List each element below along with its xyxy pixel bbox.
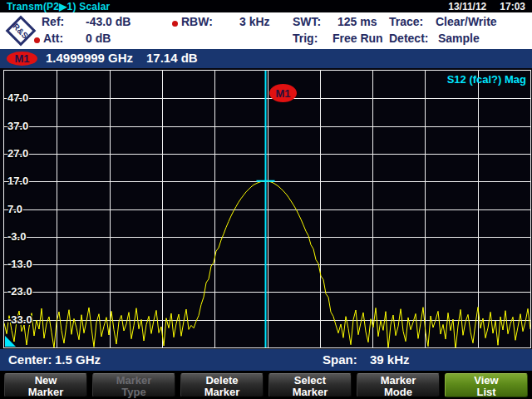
- title-bar: Transm(P2▶1) Scalar 13/11/1217:03: [0, 0, 532, 12]
- center-label: Center:: [8, 349, 52, 371]
- time-label: 17:03: [500, 1, 525, 12]
- center-value[interactable]: 1.5 GHz: [55, 349, 101, 371]
- y-axis-label: 27.0: [7, 147, 28, 160]
- att-label: Att:: [43, 32, 63, 45]
- y-axis-label: -13.0: [7, 258, 32, 270]
- detect-label: Detect:: [389, 32, 428, 45]
- y-axis-label: -23.0: [7, 285, 32, 298]
- instrument-screen: Transm(P2▶1) Scalar 13/11/1217:03 R&S Re…: [0, 0, 532, 399]
- ref-label: Ref:: [42, 15, 64, 28]
- rohde-schwarz-logo-icon: R&S: [6, 16, 36, 46]
- span-value[interactable]: 39 kHz: [370, 349, 410, 371]
- span-label: Span:: [323, 349, 357, 371]
- ref-value[interactable]: -43.0 dB: [86, 15, 131, 28]
- y-axis-label: -3.0: [7, 230, 26, 243]
- softkey-select-marker[interactable]: SelectMarker: [268, 373, 352, 397]
- trace-label: Trace:: [389, 15, 423, 28]
- softkey-marker-mode[interactable]: MarkerMode: [357, 373, 440, 397]
- date-label: 13/11/12: [448, 1, 486, 12]
- graticule: S12 (fcal?) Mag M1 47.037.027.017.07.0-3…: [3, 70, 531, 348]
- spectrum-trace-svg: [4, 71, 530, 347]
- marker-m1-badge: M1: [7, 52, 37, 66]
- swt-value[interactable]: 125 ms: [337, 15, 377, 28]
- trace-value[interactable]: Clear/Write: [436, 15, 497, 28]
- softkey-new-marker[interactable]: NewMarker: [4, 373, 87, 397]
- measurement-title: Transm(P2▶1) Scalar: [7, 1, 110, 12]
- marker-m1-flag[interactable]: M1: [269, 84, 297, 102]
- spectrum-trace: [4, 181, 530, 347]
- att-value[interactable]: 0 dB: [86, 32, 111, 45]
- rbw-label: RBW:: [181, 15, 213, 28]
- frequency-bar: Center: 1.5 GHz Span: 39 kHz: [0, 349, 532, 371]
- trace-display-area: S12 (fcal?) Mag M1 47.037.027.017.07.0-3…: [0, 68, 532, 349]
- att-modified-dot: [34, 37, 40, 43]
- softkey-delete-marker[interactable]: DeleteMarker: [180, 373, 264, 397]
- marker-frequency: 1.4999999 GHz: [46, 51, 133, 65]
- y-axis-label: 17.0: [7, 175, 28, 187]
- softkey-marker-type[interactable]: MarkerType: [92, 373, 175, 397]
- y-axis-label: 37.0: [7, 120, 28, 132]
- rbw-modified-dot: [172, 21, 178, 27]
- y-axis-label: 7.0: [7, 203, 22, 215]
- settings-header: R&S Ref: -43.0 dB RBW: 3 kHz SWT: 125 ms…: [0, 12, 532, 49]
- date-time: 13/11/1217:03: [435, 1, 525, 12]
- marker-readout-bar: M1 1.4999999 GHz 17.14 dB: [0, 49, 532, 68]
- softkey-bar: NewMarker MarkerType DeleteMarker Select…: [0, 371, 532, 399]
- y-axis-label: -33.0: [7, 313, 32, 326]
- rbw-value[interactable]: 3 kHz: [239, 15, 270, 28]
- trig-label: Trig:: [293, 32, 318, 45]
- detect-value[interactable]: Sample: [438, 32, 480, 45]
- trig-value[interactable]: Free Run: [332, 32, 383, 45]
- trace-start-indicator-icon: [5, 336, 16, 347]
- trace-math-label: S12 (fcal?) Mag: [447, 73, 526, 86]
- swt-label: SWT:: [293, 15, 321, 28]
- softkey-view-list[interactable]: ViewList: [445, 373, 528, 397]
- marker-level: 17.14 dB: [146, 51, 198, 65]
- y-axis-label: 47.0: [7, 91, 28, 104]
